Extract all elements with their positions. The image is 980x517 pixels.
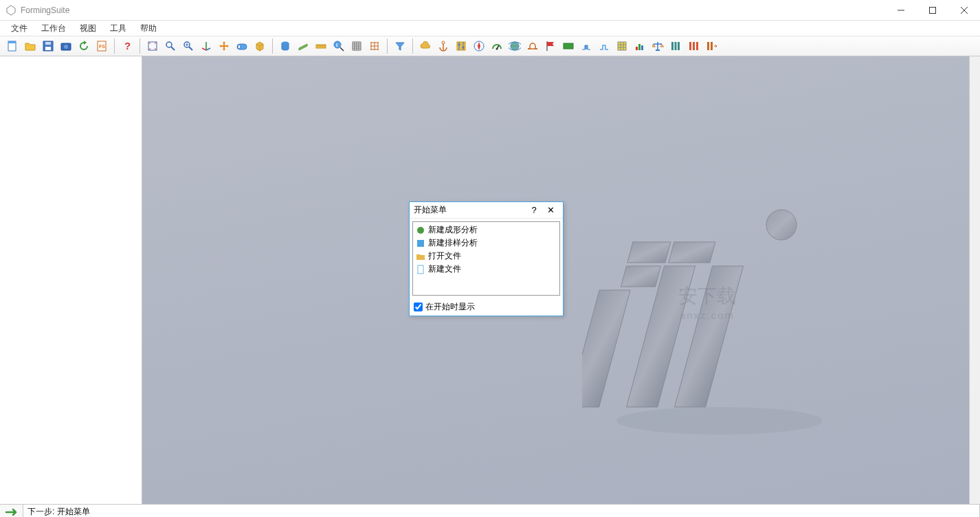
chart-button[interactable] (632, 38, 648, 54)
gauge-button[interactable] (489, 38, 505, 54)
camera-button[interactable] (58, 38, 74, 54)
fit-view-button[interactable] (144, 38, 161, 54)
close-button[interactable] (948, 0, 980, 21)
menu-file[interactable]: 文件 (4, 21, 34, 36)
sheet-button[interactable] (295, 38, 311, 54)
svg-point-61 (511, 42, 519, 50)
info-cursor-button[interactable]: i (331, 38, 347, 54)
globe-button[interactable] (506, 38, 523, 54)
dialog-help-button[interactable]: ? (526, 205, 542, 215)
app-icon (5, 5, 16, 16)
bridge-button[interactable] (524, 38, 541, 54)
section-view-button[interactable] (234, 38, 250, 54)
cylinder-button[interactable] (277, 38, 293, 54)
svg-line-22 (202, 48, 206, 50)
svg-rect-79 (689, 42, 691, 50)
svg-line-16 (171, 47, 175, 50)
settings-button[interactable] (453, 38, 469, 54)
flag-button[interactable] (542, 38, 559, 54)
next-step-label: 下一步: 开始菜单 (23, 505, 980, 517)
coord-triad-button[interactable] (198, 38, 214, 54)
svg-point-15 (166, 42, 172, 47)
toolbar: FS ? i (0, 36, 980, 56)
svg-rect-87 (582, 290, 630, 407)
option-label: 新建排样分析 (428, 237, 478, 249)
zoom-in-button[interactable] (180, 38, 197, 54)
fs-script-button[interactable]: FS (93, 38, 110, 54)
refresh-button[interactable] (76, 38, 92, 54)
mesh-grid-button[interactable] (614, 38, 630, 54)
option-new-file[interactable]: 新建文件 (414, 263, 558, 276)
svg-rect-7 (45, 47, 51, 50)
svg-point-25 (238, 45, 241, 49)
svg-rect-75 (656, 50, 660, 51)
bars-red-button[interactable] (685, 38, 702, 54)
svg-line-18 (189, 47, 192, 50)
show-on-start-checkbox[interactable] (414, 302, 423, 311)
columns-button[interactable] (667, 38, 684, 54)
titlebar: FormingSuite (0, 0, 980, 21)
toolbar-separator (114, 38, 115, 54)
shape-outline-button[interactable] (596, 38, 612, 54)
svg-rect-65 (618, 42, 626, 50)
panel-button[interactable] (560, 38, 577, 54)
box-button[interactable] (252, 38, 268, 54)
menu-workbench[interactable]: 工作台 (34, 21, 73, 36)
app-title: FormingSuite (21, 6, 885, 15)
sidebar-panel[interactable] (0, 56, 142, 504)
option-open-file[interactable]: 打开文件 (414, 250, 558, 263)
dialog-close-button[interactable]: ✕ (542, 205, 559, 215)
svg-rect-80 (693, 42, 695, 50)
dialog-titlebar[interactable]: 开始菜单 ? ✕ (410, 202, 563, 219)
svg-rect-86 (621, 266, 661, 287)
vertical-scrollbar[interactable] (969, 56, 980, 504)
option-new-nesting-analysis[interactable]: 新建排样分析 (414, 236, 558, 250)
option-label: 新建文件 (428, 263, 461, 275)
open-file-icon (416, 252, 425, 261)
measure-button[interactable] (313, 38, 329, 54)
pan-button[interactable] (216, 38, 232, 54)
svg-rect-64 (564, 43, 573, 49)
menu-view[interactable]: 视图 (73, 21, 103, 36)
svg-rect-52 (457, 42, 465, 50)
show-on-start-label: 在开始时显示 (425, 301, 475, 313)
filter-button[interactable] (392, 38, 408, 54)
svg-text:?: ? (124, 40, 131, 52)
svg-rect-82 (707, 42, 709, 50)
save-button[interactable] (40, 38, 56, 54)
new-file-button[interactable] (4, 38, 21, 54)
help-button[interactable]: ? (119, 38, 135, 54)
grid-sparse-button[interactable] (366, 38, 383, 54)
menu-help[interactable]: 帮助 (133, 21, 164, 36)
option-new-forming-analysis[interactable]: 新建成形分析 (414, 223, 558, 236)
anchor-button[interactable] (435, 38, 452, 54)
compass-button[interactable] (471, 38, 487, 54)
menu-tools[interactable]: 工具 (103, 21, 133, 36)
background-logo (582, 201, 843, 448)
window-controls (885, 0, 980, 21)
svg-rect-5 (8, 41, 16, 43)
minimize-button[interactable] (885, 0, 917, 21)
svg-point-56 (463, 47, 465, 49)
svg-point-91 (616, 407, 823, 434)
svg-point-10 (64, 45, 68, 49)
dialog-footer: 在开始时显示 (410, 298, 563, 316)
forming-icon (416, 226, 425, 235)
next-arrow-button[interactable] (0, 505, 23, 517)
start-menu-dialog: 开始菜单 ? ✕ 新建成形分析 新建排样分析 打开文件 新建文件 (409, 201, 564, 316)
bars-arrow-button[interactable] (703, 38, 720, 54)
new-file-icon (416, 265, 425, 274)
cloud-button[interactable] (417, 38, 434, 54)
svg-rect-70 (636, 47, 638, 50)
svg-text:FS: FS (99, 44, 105, 49)
open-folder-button[interactable] (22, 38, 38, 54)
balance-button[interactable] (649, 38, 666, 54)
svg-rect-72 (641, 45, 643, 50)
svg-rect-77 (675, 42, 677, 50)
dialog-title-text: 开始菜单 (414, 204, 526, 216)
shape-blue-button[interactable] (578, 38, 594, 54)
grid-dense-button[interactable] (348, 38, 365, 54)
option-label: 打开文件 (428, 250, 461, 262)
zoom-button[interactable] (162, 38, 179, 54)
maximize-button[interactable] (917, 0, 948, 21)
